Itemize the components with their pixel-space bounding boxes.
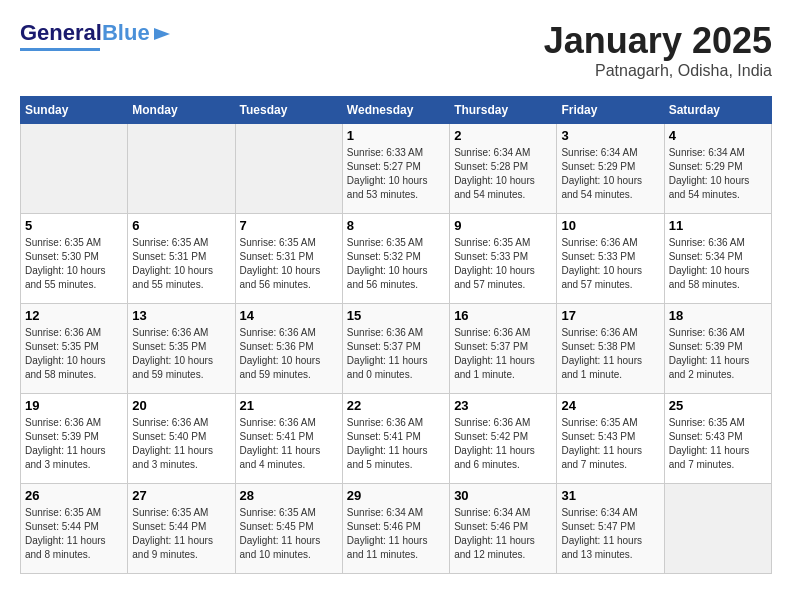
day-info: Sunrise: 6:36 AM Sunset: 5:33 PM Dayligh… bbox=[561, 236, 659, 292]
day-info: Sunrise: 6:35 AM Sunset: 5:31 PM Dayligh… bbox=[240, 236, 338, 292]
day-number: 23 bbox=[454, 398, 552, 413]
day-number: 22 bbox=[347, 398, 445, 413]
calendar-cell: 4Sunrise: 6:34 AM Sunset: 5:29 PM Daylig… bbox=[664, 124, 771, 214]
day-number: 15 bbox=[347, 308, 445, 323]
calendar-cell: 14Sunrise: 6:36 AM Sunset: 5:36 PM Dayli… bbox=[235, 304, 342, 394]
day-number: 30 bbox=[454, 488, 552, 503]
calendar-cell: 13Sunrise: 6:36 AM Sunset: 5:35 PM Dayli… bbox=[128, 304, 235, 394]
day-info: Sunrise: 6:36 AM Sunset: 5:36 PM Dayligh… bbox=[240, 326, 338, 382]
calendar-cell: 12Sunrise: 6:36 AM Sunset: 5:35 PM Dayli… bbox=[21, 304, 128, 394]
day-info: Sunrise: 6:36 AM Sunset: 5:39 PM Dayligh… bbox=[25, 416, 123, 472]
month-title: January 2025 bbox=[544, 20, 772, 62]
calendar-week-row: 1Sunrise: 6:33 AM Sunset: 5:27 PM Daylig… bbox=[21, 124, 772, 214]
location-subtitle: Patnagarh, Odisha, India bbox=[544, 62, 772, 80]
calendar-cell bbox=[21, 124, 128, 214]
day-info: Sunrise: 6:35 AM Sunset: 5:43 PM Dayligh… bbox=[561, 416, 659, 472]
day-info: Sunrise: 6:35 AM Sunset: 5:30 PM Dayligh… bbox=[25, 236, 123, 292]
column-header-friday: Friday bbox=[557, 97, 664, 124]
day-number: 10 bbox=[561, 218, 659, 233]
calendar-cell: 5Sunrise: 6:35 AM Sunset: 5:30 PM Daylig… bbox=[21, 214, 128, 304]
logo-arrow-icon bbox=[152, 24, 172, 44]
calendar-cell: 24Sunrise: 6:35 AM Sunset: 5:43 PM Dayli… bbox=[557, 394, 664, 484]
calendar-cell: 23Sunrise: 6:36 AM Sunset: 5:42 PM Dayli… bbox=[450, 394, 557, 484]
day-info: Sunrise: 6:35 AM Sunset: 5:43 PM Dayligh… bbox=[669, 416, 767, 472]
day-info: Sunrise: 6:36 AM Sunset: 5:37 PM Dayligh… bbox=[454, 326, 552, 382]
calendar-cell: 17Sunrise: 6:36 AM Sunset: 5:38 PM Dayli… bbox=[557, 304, 664, 394]
column-header-thursday: Thursday bbox=[450, 97, 557, 124]
calendar-header-row: SundayMondayTuesdayWednesdayThursdayFrid… bbox=[21, 97, 772, 124]
column-header-wednesday: Wednesday bbox=[342, 97, 449, 124]
day-info: Sunrise: 6:34 AM Sunset: 5:46 PM Dayligh… bbox=[454, 506, 552, 562]
day-info: Sunrise: 6:36 AM Sunset: 5:37 PM Dayligh… bbox=[347, 326, 445, 382]
calendar-cell: 10Sunrise: 6:36 AM Sunset: 5:33 PM Dayli… bbox=[557, 214, 664, 304]
day-info: Sunrise: 6:36 AM Sunset: 5:42 PM Dayligh… bbox=[454, 416, 552, 472]
day-info: Sunrise: 6:36 AM Sunset: 5:39 PM Dayligh… bbox=[669, 326, 767, 382]
calendar-week-row: 12Sunrise: 6:36 AM Sunset: 5:35 PM Dayli… bbox=[21, 304, 772, 394]
day-info: Sunrise: 6:35 AM Sunset: 5:44 PM Dayligh… bbox=[25, 506, 123, 562]
day-number: 2 bbox=[454, 128, 552, 143]
day-number: 19 bbox=[25, 398, 123, 413]
day-number: 29 bbox=[347, 488, 445, 503]
calendar-cell bbox=[664, 484, 771, 574]
calendar-cell: 22Sunrise: 6:36 AM Sunset: 5:41 PM Dayli… bbox=[342, 394, 449, 484]
calendar-cell bbox=[235, 124, 342, 214]
calendar-cell: 28Sunrise: 6:35 AM Sunset: 5:45 PM Dayli… bbox=[235, 484, 342, 574]
day-info: Sunrise: 6:36 AM Sunset: 5:38 PM Dayligh… bbox=[561, 326, 659, 382]
day-number: 31 bbox=[561, 488, 659, 503]
day-number: 3 bbox=[561, 128, 659, 143]
day-number: 20 bbox=[132, 398, 230, 413]
logo-blue: Blue bbox=[102, 20, 150, 46]
day-number: 16 bbox=[454, 308, 552, 323]
calendar-cell: 25Sunrise: 6:35 AM Sunset: 5:43 PM Dayli… bbox=[664, 394, 771, 484]
day-number: 14 bbox=[240, 308, 338, 323]
day-number: 27 bbox=[132, 488, 230, 503]
calendar-cell: 1Sunrise: 6:33 AM Sunset: 5:27 PM Daylig… bbox=[342, 124, 449, 214]
day-number: 24 bbox=[561, 398, 659, 413]
calendar-week-row: 19Sunrise: 6:36 AM Sunset: 5:39 PM Dayli… bbox=[21, 394, 772, 484]
day-info: Sunrise: 6:36 AM Sunset: 5:40 PM Dayligh… bbox=[132, 416, 230, 472]
calendar-cell: 20Sunrise: 6:36 AM Sunset: 5:40 PM Dayli… bbox=[128, 394, 235, 484]
day-info: Sunrise: 6:34 AM Sunset: 5:29 PM Dayligh… bbox=[669, 146, 767, 202]
svg-marker-0 bbox=[154, 28, 170, 40]
logo: General Blue bbox=[20, 20, 172, 51]
day-number: 7 bbox=[240, 218, 338, 233]
day-number: 26 bbox=[25, 488, 123, 503]
day-number: 5 bbox=[25, 218, 123, 233]
day-number: 4 bbox=[669, 128, 767, 143]
day-info: Sunrise: 6:36 AM Sunset: 5:35 PM Dayligh… bbox=[132, 326, 230, 382]
page-header: General Blue January 2025 Patnagarh, Odi… bbox=[20, 20, 772, 80]
day-info: Sunrise: 6:35 AM Sunset: 5:32 PM Dayligh… bbox=[347, 236, 445, 292]
day-number: 28 bbox=[240, 488, 338, 503]
calendar-cell: 30Sunrise: 6:34 AM Sunset: 5:46 PM Dayli… bbox=[450, 484, 557, 574]
logo-divider bbox=[20, 48, 100, 51]
day-info: Sunrise: 6:35 AM Sunset: 5:44 PM Dayligh… bbox=[132, 506, 230, 562]
day-info: Sunrise: 6:36 AM Sunset: 5:41 PM Dayligh… bbox=[347, 416, 445, 472]
calendar-cell bbox=[128, 124, 235, 214]
calendar-cell: 27Sunrise: 6:35 AM Sunset: 5:44 PM Dayli… bbox=[128, 484, 235, 574]
day-number: 9 bbox=[454, 218, 552, 233]
day-number: 12 bbox=[25, 308, 123, 323]
calendar-week-row: 26Sunrise: 6:35 AM Sunset: 5:44 PM Dayli… bbox=[21, 484, 772, 574]
calendar-cell: 3Sunrise: 6:34 AM Sunset: 5:29 PM Daylig… bbox=[557, 124, 664, 214]
day-info: Sunrise: 6:35 AM Sunset: 5:31 PM Dayligh… bbox=[132, 236, 230, 292]
day-info: Sunrise: 6:36 AM Sunset: 5:41 PM Dayligh… bbox=[240, 416, 338, 472]
column-header-saturday: Saturday bbox=[664, 97, 771, 124]
day-info: Sunrise: 6:36 AM Sunset: 5:35 PM Dayligh… bbox=[25, 326, 123, 382]
day-number: 6 bbox=[132, 218, 230, 233]
calendar-cell: 2Sunrise: 6:34 AM Sunset: 5:28 PM Daylig… bbox=[450, 124, 557, 214]
day-info: Sunrise: 6:35 AM Sunset: 5:45 PM Dayligh… bbox=[240, 506, 338, 562]
calendar-cell: 31Sunrise: 6:34 AM Sunset: 5:47 PM Dayli… bbox=[557, 484, 664, 574]
day-info: Sunrise: 6:34 AM Sunset: 5:28 PM Dayligh… bbox=[454, 146, 552, 202]
day-info: Sunrise: 6:36 AM Sunset: 5:34 PM Dayligh… bbox=[669, 236, 767, 292]
day-info: Sunrise: 6:33 AM Sunset: 5:27 PM Dayligh… bbox=[347, 146, 445, 202]
day-number: 21 bbox=[240, 398, 338, 413]
day-info: Sunrise: 6:34 AM Sunset: 5:47 PM Dayligh… bbox=[561, 506, 659, 562]
calendar-table: SundayMondayTuesdayWednesdayThursdayFrid… bbox=[20, 96, 772, 574]
title-area: January 2025 Patnagarh, Odisha, India bbox=[544, 20, 772, 80]
calendar-cell: 6Sunrise: 6:35 AM Sunset: 5:31 PM Daylig… bbox=[128, 214, 235, 304]
day-number: 8 bbox=[347, 218, 445, 233]
calendar-cell: 11Sunrise: 6:36 AM Sunset: 5:34 PM Dayli… bbox=[664, 214, 771, 304]
calendar-cell: 29Sunrise: 6:34 AM Sunset: 5:46 PM Dayli… bbox=[342, 484, 449, 574]
calendar-cell: 9Sunrise: 6:35 AM Sunset: 5:33 PM Daylig… bbox=[450, 214, 557, 304]
day-info: Sunrise: 6:34 AM Sunset: 5:29 PM Dayligh… bbox=[561, 146, 659, 202]
